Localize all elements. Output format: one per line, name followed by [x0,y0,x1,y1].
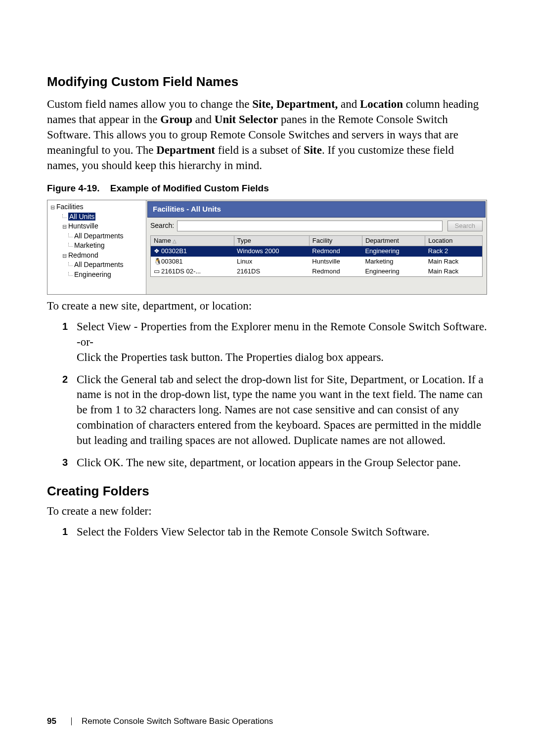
step-number: 1 [47,319,77,365]
search-label: Search: [150,222,174,230]
column-header[interactable]: Facility [309,236,362,246]
footer-divider [71,717,72,725]
table-row[interactable]: ❖00302B1Windows 2000RedmondEngineeringRa… [151,246,483,257]
column-header[interactable]: Name△ [151,236,234,246]
search-row: Search: Search [150,221,483,231]
figure-number: Figure 4-19. [47,183,100,193]
procedure-steps-2: 1Select the Folders View Selector tab in… [47,525,487,540]
win-icon: ❖ [154,247,160,255]
linux-icon: 🐧 [154,258,160,266]
section-heading: Modifying Custom Field Names [47,74,487,89]
tree-item[interactable]: All Departments [48,260,145,270]
tree-item[interactable]: Redmond [48,251,145,261]
intro-paragraph: Custom field names allow you to change t… [47,96,487,173]
tree-item[interactable]: Facilities [48,202,145,212]
figure-title: Example of Modified Custom Fields [110,183,269,193]
right-pane: Facilities - All Units Search: Search Na… [146,200,487,294]
switch-icon: ▭ [154,267,160,275]
step-number: 2 [47,372,77,448]
section-heading-2: Creating Folders [47,484,487,499]
footer-title: Remote Console Switch Software Basic Ope… [82,716,273,726]
figure-caption: Figure 4-19. Example of Modified Custom … [47,183,487,194]
tree-item[interactable]: Huntsville [48,222,145,231]
procedure-intro-2: To create a new folder: [47,505,487,518]
tree-item[interactable]: Marketing [48,241,145,251]
list-item: 1Select the Folders View Selector tab in… [47,525,487,540]
column-header[interactable]: Department [362,236,425,246]
tree-pane: FacilitiesAll UnitsHuntsvilleAll Departm… [47,200,146,294]
sort-ascending-icon: △ [173,238,177,244]
list-item: 1Select View - Properties from the Explo… [47,319,487,365]
procedure-intro: To create a new site, department, or loc… [47,300,487,312]
page-number: 95 [47,716,56,726]
tree-item[interactable]: All Departments [48,231,145,241]
procedure-steps-1: 1Select View - Properties from the Explo… [47,319,487,470]
table-row[interactable]: ▭2161DS 02-...2161DSRedmondEngineeringMa… [151,267,483,277]
step-number: 3 [47,455,77,471]
search-input[interactable] [177,221,443,231]
step-number: 1 [47,525,77,540]
unit-table: Name△TypeFacilityDepartmentLocation❖0030… [150,235,483,277]
column-header[interactable]: Type [234,236,309,246]
screenshot-example: FacilitiesAll UnitsHuntsvilleAll Departm… [47,200,487,295]
tree-item[interactable]: Engineering [48,270,145,280]
page-footer: 95 Remote Console Switch Software Basic … [47,716,273,726]
table-row[interactable]: 🐧003081LinuxHuntsvilleMarketingMain Rack [151,257,483,267]
search-button[interactable]: Search [447,221,483,231]
list-item: 2Click the General tab and select the dr… [47,372,487,448]
panel-title: Facilities - All Units [147,201,486,218]
tree-item[interactable]: All Units [48,212,145,222]
list-item: 3Click OK. The new site, department, or … [47,455,487,471]
column-header[interactable]: Location [425,236,483,246]
